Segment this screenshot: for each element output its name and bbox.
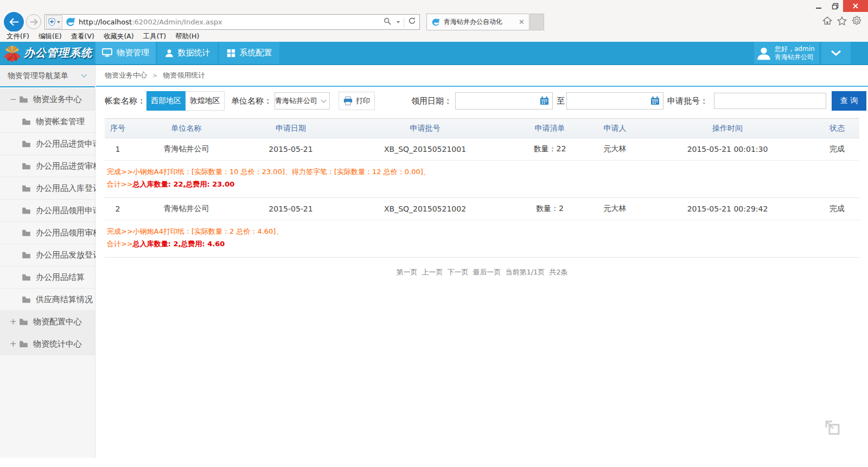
sidebar-item[interactable]: +物资统计中心 — [0, 333, 95, 355]
sidebar-item[interactable]: 办公用品进货审核 — [0, 155, 95, 177]
site-zone-button[interactable] — [46, 15, 62, 29]
calendar-icon[interactable] — [540, 97, 549, 105]
url-host: http://localhost — [79, 18, 132, 26]
pagination-link[interactable]: 第一页 — [396, 268, 417, 276]
date-to-input[interactable] — [566, 92, 663, 110]
sidebar-item-label: 物资统计中心 — [33, 339, 82, 349]
account-option-button[interactable]: 敦煌地区 — [186, 91, 225, 111]
sidebar-item-label: 办公用品领用审核 — [36, 228, 101, 238]
folder-icon — [22, 274, 31, 281]
date-from-input[interactable] — [455, 92, 553, 110]
settings-button[interactable] — [852, 16, 861, 25]
table-row[interactable]: 1青海钻井公司2015-05-21XB_SQ_20150521001数量：22元… — [105, 138, 859, 161]
sidebar-item[interactable]: 办公用品领用审核 — [0, 222, 95, 244]
pagination-link[interactable]: 上一页 — [422, 268, 443, 276]
detail-total-prefix: 合计>> — [107, 240, 133, 248]
pagination-link[interactable]: 下一页 — [447, 268, 468, 276]
menu-item[interactable]: 文件(F) — [7, 32, 29, 41]
menu-item[interactable]: 帮助(H) — [175, 32, 199, 41]
row-detail: 完成>>小钢炮A4打印纸：[实际数量：2 总价：4.60]、合计>>总入库数量:… — [105, 220, 859, 258]
sidebar-item[interactable]: 物资帐套管理 — [0, 111, 95, 133]
column-header: 申请清单 — [510, 119, 589, 138]
table-cell: XB_SQ_20150521002 — [340, 198, 510, 220]
menu-item[interactable]: 查看(V) — [71, 32, 94, 41]
browser-back-button[interactable] — [4, 12, 24, 32]
filter-bar: 帐套名称： 西部地区敦煌地区 单位名称： 青海钻井公司 打印 领用日期： 至 — [96, 87, 868, 115]
sidebar-item[interactable]: +物资配置中心 — [0, 311, 95, 333]
table-cell: 元大林 — [589, 138, 641, 160]
print-button[interactable]: 打印 — [339, 92, 375, 110]
refresh-icon — [408, 17, 416, 25]
window-restore-button[interactable] — [827, 0, 843, 12]
calendar-icon[interactable] — [650, 97, 660, 105]
account-option-button[interactable]: 西部地区 — [146, 91, 186, 111]
user-greeting: 您好，admin — [775, 45, 815, 53]
address-bar[interactable]: http://localhost:62002/Admin/Index.aspx — [44, 14, 420, 30]
minimize-icon — [815, 3, 822, 9]
refresh-button[interactable] — [408, 17, 416, 27]
sidebar-item[interactable]: 办公用品进货申请 — [0, 133, 95, 155]
table-header-row: 序号单位名称申请日期申请批号申请清单申请人操作时间状态 — [105, 118, 859, 138]
topnav-item-label: 系统配置 — [240, 48, 272, 58]
breadcrumb-item[interactable]: 物资业务中心 — [105, 71, 147, 80]
plus-expander-icon[interactable]: + — [10, 318, 19, 326]
tab-close-button[interactable]: ✕ — [519, 18, 525, 25]
chevron-down-icon — [81, 74, 87, 78]
sidebar-item[interactable]: 办公用品领用申请 — [0, 200, 95, 222]
unit-label: 单位名称： — [231, 96, 272, 106]
topnav-item-system[interactable]: 系统配置 — [219, 42, 279, 64]
date-to-field[interactable] — [569, 97, 650, 106]
search-caret-icon[interactable] — [397, 21, 400, 23]
batch-input[interactable] — [714, 93, 826, 109]
user-info[interactable]: 您好，admin 青海钻井公司 — [754, 42, 819, 64]
browser-forward-button[interactable] — [26, 14, 41, 29]
shield-icon — [48, 18, 55, 26]
window-minimize-button[interactable] — [810, 0, 827, 12]
date-from-field[interactable] — [458, 97, 540, 106]
date-label: 领用日期： — [411, 96, 452, 106]
sidebar-item-label: 办公用品结算 — [36, 272, 85, 283]
user-menu-button[interactable] — [821, 42, 851, 64]
minus-expander-icon[interactable]: − — [10, 95, 19, 104]
account-label: 帐套名称： — [105, 96, 145, 106]
column-header: 序号 — [105, 119, 131, 138]
table-cell: 完成 — [814, 138, 860, 160]
menu-item[interactable]: 编辑(E) — [39, 32, 62, 41]
search-button[interactable]: 查 询 — [832, 91, 866, 111]
detail-total-line: 合计>>总入库数量: 22,总费用: 23.00 — [107, 178, 854, 190]
table-cell: 2015-05-21 00:29:42 — [641, 198, 814, 220]
sidebar-item[interactable]: −物资业务中心 — [0, 88, 95, 111]
content: 物资业务中心>物资领用统计 帐套名称： 西部地区敦煌地区 单位名称： 青海钻井公… — [96, 65, 868, 458]
topnav-item-materials[interactable]: 物资管理 — [95, 42, 156, 64]
favorites-button[interactable] — [837, 16, 847, 25]
menu-item[interactable]: 工具(T) — [143, 32, 166, 41]
sidebar-item-label: 物资帐套管理 — [36, 117, 85, 127]
table-cell: 1 — [105, 138, 131, 160]
sidebar-item[interactable]: 办公用品结算 — [0, 266, 95, 289]
table-cell: 2015-05-21 — [242, 198, 340, 220]
topnav-item-statistics[interactable]: 数据统计 — [157, 42, 218, 64]
sidebar-item[interactable]: 供应商结算情况 — [0, 289, 95, 311]
sidebar-item[interactable]: 办公用品发放登记 — [0, 244, 95, 266]
table-row[interactable]: 2青海钻井公司2015-05-21XB_SQ_20150521002数量：2元大… — [105, 198, 859, 220]
avatar-icon — [756, 46, 771, 61]
plus-expander-icon[interactable]: + — [10, 340, 19, 348]
topnav-item-label: 物资管理 — [117, 48, 149, 58]
new-tab-button[interactable] — [530, 14, 544, 30]
window-close-button[interactable] — [843, 0, 868, 12]
sidebar-item-label: 办公用品发放登记 — [36, 250, 101, 260]
folder-icon — [22, 252, 31, 259]
browser-tab[interactable]: 青海钻井办公自动化 ✕ — [426, 14, 529, 30]
sidebar-item[interactable]: 办公用品入库登记 — [0, 177, 95, 200]
pagination-link[interactable]: 最后一页 — [473, 268, 501, 276]
search-button[interactable] — [384, 17, 391, 27]
unit-select[interactable]: 青海钻井公司 — [275, 92, 330, 110]
resize-corner-icon[interactable] — [825, 420, 841, 436]
menu-item[interactable]: 收藏夹(A) — [104, 32, 134, 41]
table-cell: 完成 — [814, 198, 860, 220]
sidebar-header[interactable]: 物资管理导航菜单 — [0, 65, 95, 87]
detail-total-value: 总入库数量: 2,总费用: 4.60 — [133, 240, 225, 248]
home-button[interactable] — [822, 16, 832, 25]
pagination-total: 共2条 — [549, 268, 567, 276]
folder-icon — [22, 140, 31, 148]
